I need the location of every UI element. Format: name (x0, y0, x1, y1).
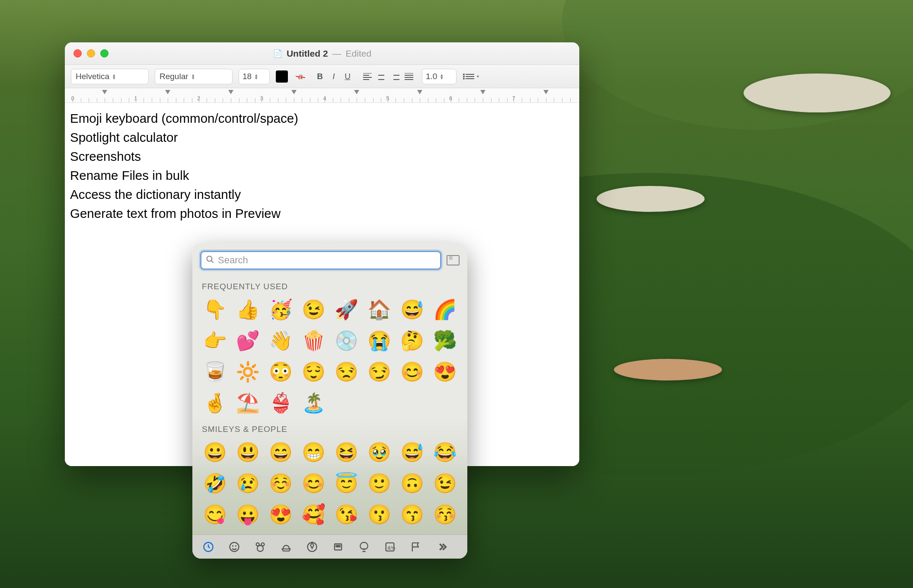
emoji-cell[interactable]: 😚 (430, 501, 460, 528)
emoji-cell[interactable]: 😂 (430, 438, 460, 466)
align-right-button[interactable] (388, 69, 402, 84)
emoji-search-box[interactable] (200, 251, 441, 270)
tab-symbols[interactable]: &% (378, 538, 402, 556)
align-justify-button[interactable] (402, 69, 416, 84)
emoji-cell[interactable]: 😇 (332, 470, 361, 497)
font-size-select[interactable]: 18 ▴▾ (239, 69, 270, 84)
emoji-cell[interactable]: 🌈 (430, 296, 460, 323)
emoji-cell[interactable]: 😋 (200, 501, 230, 528)
minimize-button[interactable] (87, 49, 95, 58)
underline-button[interactable]: U (341, 69, 354, 84)
bold-button[interactable]: B (313, 69, 327, 84)
emoji-cell[interactable]: 😆 (332, 438, 361, 466)
expand-picker-button[interactable] (447, 255, 460, 265)
font-style-select[interactable]: Regular ▴▾ (155, 69, 233, 84)
tab-recent[interactable] (197, 538, 220, 556)
close-button[interactable] (73, 49, 82, 58)
emoji-cell[interactable]: 🥦 (430, 327, 460, 355)
tab-activity[interactable] (300, 538, 324, 556)
svg-point-0 (207, 256, 212, 261)
align-left-button[interactable] (361, 69, 374, 84)
tab-animals[interactable] (249, 538, 272, 556)
emoji-cell[interactable]: 😁 (299, 438, 328, 466)
emoji-cell[interactable]: 🥰 (299, 501, 328, 528)
emoji-cell[interactable]: 😙 (397, 501, 427, 528)
document-line[interactable]: Access the dictionary instantly (70, 185, 574, 204)
emoji-cell[interactable]: 🤣 (200, 470, 230, 497)
emoji-cell[interactable]: 😃 (233, 438, 262, 466)
tab-more[interactable] (430, 538, 453, 556)
emoji-cell[interactable]: 💕 (233, 327, 262, 355)
emoji-cell[interactable]: 🤞 (200, 389, 230, 417)
font-family-select[interactable]: Helvetica ▴▾ (71, 69, 149, 84)
emoji-cell[interactable]: 🥹 (364, 438, 394, 466)
align-center-button[interactable] (374, 69, 388, 84)
fullscreen-button[interactable] (100, 49, 109, 58)
emoji-cell[interactable]: 🙂 (364, 470, 394, 497)
emoji-search-input[interactable] (218, 255, 436, 266)
emoji-cell[interactable]: 😭 (364, 327, 394, 355)
emoji-cell[interactable]: 😉 (430, 470, 460, 497)
emoji-cell[interactable]: 😗 (364, 501, 394, 528)
font-size-value: 18 (243, 72, 252, 81)
emoji-cell[interactable]: 😘 (332, 501, 361, 528)
text-color-swatch[interactable] (276, 70, 288, 83)
emoji-cell[interactable]: 😒 (332, 358, 361, 386)
alignment-group (361, 69, 416, 84)
highlight-color-button[interactable]: a (294, 70, 307, 83)
emoji-cell[interactable]: 🥃 (200, 358, 230, 386)
emoji-cell[interactable]: 👙 (266, 389, 295, 417)
emoji-cell[interactable]: ☺️ (266, 470, 295, 497)
emoji-cell[interactable]: 😄 (266, 438, 295, 466)
document-line[interactable]: Rename Files in bulk (70, 166, 574, 185)
emoji-cell[interactable]: 🔆 (233, 358, 262, 386)
italic-button[interactable]: I (327, 69, 341, 84)
emoji-cell[interactable]: 😢 (233, 470, 262, 497)
document-line[interactable]: Generate text from photos in Preview (70, 204, 574, 223)
document-name: Untitled 2 (287, 48, 328, 59)
emoji-cell[interactable]: 🏠 (364, 296, 394, 323)
emoji-scroll-area[interactable]: FREQUENTLY USED 👇👍🥳😉🚀🏠😅🌈👉💕👋🍿💿😭🤔🥦🥃🔆😳😌😒😏😊😍… (192, 274, 467, 534)
emoji-cell[interactable]: 👋 (266, 327, 295, 355)
emoji-cell[interactable]: 😊 (397, 358, 427, 386)
emoji-cell[interactable]: 👍 (233, 296, 262, 323)
document-line[interactable]: Emoji keyboard (common/control/space) (70, 109, 574, 128)
emoji-cell[interactable]: 😅 (397, 438, 427, 466)
document-line[interactable]: Screenshots (70, 147, 574, 166)
emoji-cell[interactable]: 😍 (430, 358, 460, 386)
emoji-cell[interactable]: 👉 (200, 327, 230, 355)
emoji-cell[interactable]: 🤔 (397, 327, 427, 355)
tab-objects[interactable] (352, 538, 376, 556)
emoji-cell[interactable]: 🙃 (397, 470, 427, 497)
emoji-cell[interactable]: 😊 (299, 470, 328, 497)
tab-food[interactable] (275, 538, 298, 556)
emoji-cell[interactable]: ⛱️ (233, 389, 262, 417)
tab-smileys[interactable] (223, 538, 246, 556)
emoji-cell[interactable]: 😉 (299, 296, 328, 323)
emoji-cell[interactable]: 😌 (299, 358, 328, 386)
emoji-cell[interactable]: 💿 (332, 327, 361, 355)
search-icon (206, 255, 214, 266)
ruler-label: 2 (197, 95, 200, 102)
ruler-label: 1 (134, 95, 137, 102)
emoji-cell[interactable]: 🚀 (332, 296, 361, 323)
document-line[interactable]: Spotlight calculator (70, 128, 574, 147)
emoji-cell[interactable]: 👇 (200, 296, 230, 323)
emoji-cell[interactable]: 🍿 (299, 327, 328, 355)
font-style-value: Regular (160, 72, 188, 81)
emoji-cell[interactable]: 🥳 (266, 296, 295, 323)
emoji-cell[interactable]: 😅 (397, 296, 427, 323)
titlebar[interactable]: 📄 Untitled 2 — Edited (65, 42, 579, 65)
emoji-cell[interactable]: 😀 (200, 438, 230, 466)
emoji-cell[interactable]: 😳 (266, 358, 295, 386)
emoji-cell[interactable]: 🏝️ (299, 389, 328, 417)
emoji-cell[interactable]: 😍 (266, 501, 295, 528)
emoji-cell[interactable]: 😏 (364, 358, 394, 386)
tab-flags[interactable] (404, 538, 428, 556)
svg-point-3 (230, 542, 239, 551)
ruler[interactable]: 01234567 (65, 88, 579, 103)
tab-travel[interactable] (326, 538, 350, 556)
list-style-button[interactable]: ▾ (463, 69, 482, 84)
line-spacing-select[interactable]: 1.0 ▴▾ (422, 69, 456, 84)
emoji-cell[interactable]: 😛 (233, 501, 262, 528)
